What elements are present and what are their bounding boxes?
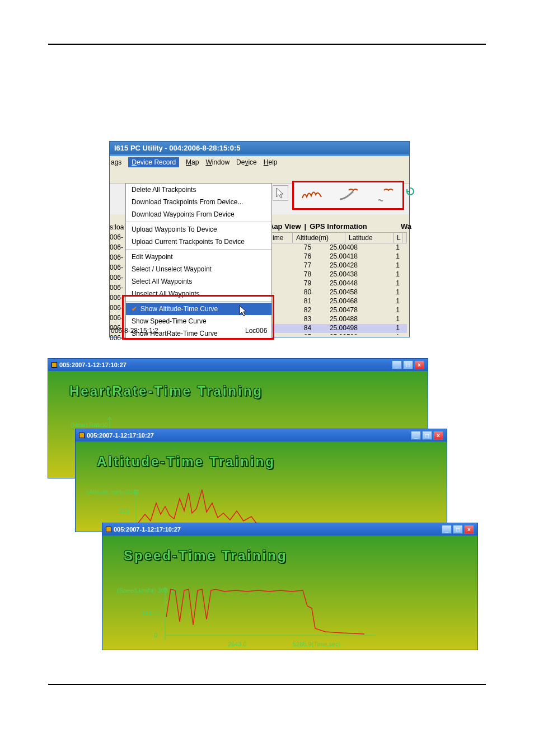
cell-altitude: 79	[269, 279, 330, 288]
menu-ags[interactable]: ags	[111, 158, 121, 166]
page-footer-rule	[48, 684, 486, 685]
col-latitude[interactable]: Latitude	[345, 233, 394, 243]
altitude-curve-icon[interactable]	[301, 184, 323, 206]
table-row[interactable]: 8025.004581	[269, 288, 407, 297]
menu-select-all-waypoints[interactable]: Select All Waypoints	[126, 275, 271, 288]
close-button[interactable]: ×	[464, 525, 474, 534]
speed-curve-icon[interactable]	[337, 184, 359, 206]
cell-l: 1	[396, 252, 407, 261]
menu-upload-trackpoints[interactable]: Upload Current Trackpoints To Device	[126, 236, 271, 248]
table-row[interactable]: 7825.004381	[269, 270, 407, 279]
toolbar-button-pointer[interactable]	[273, 185, 288, 201]
cell-latitude: 25.00438	[330, 270, 396, 279]
menu-show-speed-curve[interactable]: Show Speed-Time Curve	[126, 315, 271, 327]
tab-wa[interactable]: Wa	[401, 222, 411, 231]
col-ime[interactable]: ime	[269, 233, 293, 243]
left-006-item: 006-	[110, 273, 127, 283]
cell-latitude: 25.00488	[330, 315, 396, 324]
cell-l: 1	[396, 333, 407, 335]
table-row[interactable]: 7525.004081	[269, 243, 407, 252]
cell-latitude: 25.00448	[330, 279, 396, 288]
y-tick-2: 0	[154, 632, 157, 638]
y-tick: 121	[119, 508, 129, 514]
tab-gps-info[interactable]: GPS Information	[310, 222, 367, 231]
menu-device[interactable]: Device	[236, 158, 257, 166]
y-axis-label: (Altitude,meter)242	[87, 489, 139, 495]
cell-latitude: 25.00508	[330, 333, 396, 335]
table-row[interactable]: 8525.005081	[269, 333, 407, 335]
cell-altitude: 82	[269, 306, 330, 315]
left-006-item: 006-	[110, 313, 127, 323]
table-row[interactable]: 7625.004181	[269, 252, 407, 261]
window-icon	[79, 433, 85, 438]
cell-latitude: 25.00428	[330, 261, 396, 270]
menu-help[interactable]: Help	[264, 158, 278, 166]
menu-unselect-all-waypoints[interactable]: Unselect All Waypoints	[126, 288, 271, 300]
cell-altitude: 84	[269, 324, 330, 333]
cell-latitude: 25.00478	[330, 306, 396, 315]
col-l[interactable]: L	[394, 233, 402, 243]
titlebar[interactable]: 005:2007-1-12:17:10:27 _ □ ×	[102, 523, 477, 536]
menu-device-record[interactable]: Device Record	[128, 157, 179, 167]
table-row[interactable]: 8125.004681	[269, 297, 407, 306]
y-tick-1: 151.71	[142, 609, 161, 616]
menubar: ags Device Record Map Window Device Help	[110, 156, 409, 168]
col-altitude[interactable]: Altitude(m)	[293, 233, 345, 243]
menu-separator	[126, 222, 271, 222]
cell-l: 1	[396, 261, 407, 270]
menu-map[interactable]: Map	[186, 158, 199, 166]
tabs: Aap View | GPS Information Wa	[269, 222, 367, 231]
left-006-item: 006-	[110, 262, 127, 273]
toolbar-refresh-icon[interactable]	[405, 186, 415, 196]
menu-show-altitude-curve[interactable]: ✔ Show Altitude-Time Curve	[126, 303, 271, 315]
cell-l: 1	[396, 288, 407, 297]
heartrate-curve-icon[interactable]	[373, 184, 396, 206]
speed-chart-window: 005:2007-1-12:17:10:27 _ □ × Speed-Time …	[102, 523, 478, 650]
cell-l: 1	[396, 297, 407, 306]
menu-window[interactable]: Window	[205, 158, 229, 166]
maximize-button[interactable]: □	[403, 360, 413, 369]
minimize-button[interactable]: _	[442, 525, 452, 534]
tab-map-view[interactable]: Aap View	[269, 222, 301, 231]
cell-l: 1	[396, 324, 407, 333]
maximize-button[interactable]: □	[453, 525, 463, 534]
menu-edit-waypoint[interactable]: Edit Waypoint	[126, 251, 271, 263]
menu-download-waypoints[interactable]: Download Waypoints From Device	[126, 208, 271, 220]
close-button[interactable]: ×	[433, 431, 443, 440]
altitude-chart-window: 005:2007-1-12:17:10:27 _ □ × Altitude-Ti…	[75, 429, 447, 532]
window-title-label: 005:2007-1-12:17:10:27	[87, 432, 154, 439]
menu-select-unselect-waypoint[interactable]: Select / Unselect Waypoint	[126, 263, 271, 275]
table-row[interactable]: 7925.004481	[269, 279, 407, 288]
window-title-label: 005:2007-1-12:17:10:27	[59, 361, 127, 368]
menu-upload-waypoints[interactable]: Upload Waypoints To Device	[126, 223, 271, 236]
left-006-item: 006-	[110, 293, 127, 303]
cell-altitude: 83	[269, 315, 330, 324]
page-header-rule	[48, 44, 486, 45]
left-006-item: 006-	[110, 252, 127, 262]
table-row[interactable]: 8425.004981	[269, 324, 407, 333]
window-icon	[51, 362, 57, 368]
chart-heading: Speed-Time Training	[102, 536, 477, 564]
table-row[interactable]: 8225.004781	[269, 306, 407, 315]
close-button[interactable]: ×	[414, 360, 424, 369]
cell-latitude: 25.00468	[330, 297, 396, 306]
left-006-item: 006-	[110, 242, 127, 252]
window-body: ags Device Record Map Window Device Help	[110, 156, 409, 337]
maximize-button[interactable]: □	[422, 431, 432, 440]
cell-latitude: 25.00418	[330, 252, 396, 261]
left-006-item: 006-	[110, 283, 127, 293]
table-row[interactable]: 8325.004881	[269, 315, 407, 324]
table-row[interactable]: 7725.004281	[269, 261, 407, 270]
minimize-button[interactable]: _	[411, 431, 421, 440]
cell-altitude: 77	[269, 261, 330, 270]
menu-download-trackpoints[interactable]: Download Trackpoints From Device...	[126, 196, 271, 208]
window-title: I615 PC Utility - 004:2006-8-28:15:0:5	[110, 142, 409, 154]
menu-delete-all-trackpoints[interactable]: Delete All Trackpoints	[126, 184, 271, 196]
menu-separator	[126, 249, 271, 250]
left-column: s:loa 006-006-006-006-006-006-006-006-00…	[110, 222, 127, 343]
minimize-button[interactable]: _	[392, 360, 402, 369]
cell-l: 1	[396, 315, 407, 324]
titlebar[interactable]: 005:2007-1-12:17:10:27 _ □ ×	[76, 429, 447, 442]
left-006-item: 006-	[110, 232, 127, 242]
titlebar[interactable]: 005:2007-1-12:17:10:27 _ □ ×	[48, 359, 428, 371]
